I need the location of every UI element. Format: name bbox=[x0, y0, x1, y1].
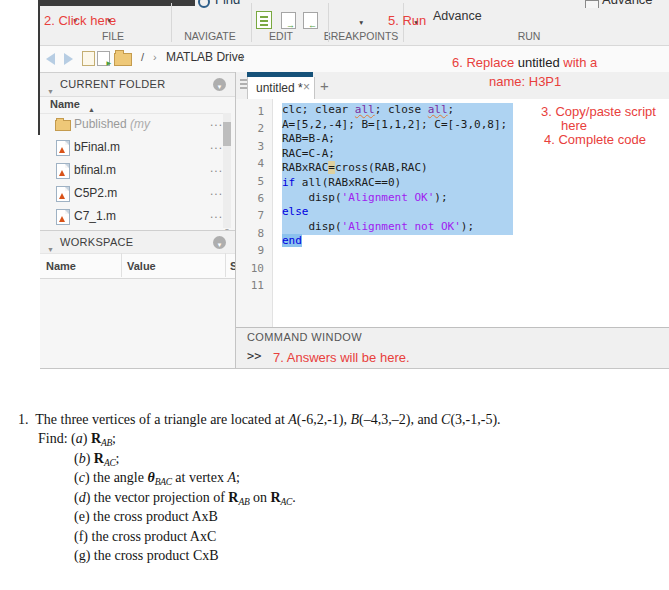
drag-handle-icon[interactable] bbox=[240, 79, 247, 81]
file-name: bFinal.m bbox=[74, 140, 120, 154]
section-label-navigate: NAVIGATE bbox=[184, 30, 236, 42]
ribbon-top-clipped-row: Find Advance bbox=[40, 0, 669, 8]
breadcrumb[interactable]: MATLAB Drive bbox=[166, 50, 244, 64]
current-folder-header[interactable]: CURRENT FOLDER bbox=[40, 72, 235, 97]
file-row[interactable]: Published (my ... bbox=[40, 113, 223, 136]
page: Find Advance Advance FILE NAVIGATE EDIT … bbox=[0, 0, 669, 590]
file-actions-icon[interactable]: ... bbox=[210, 207, 223, 221]
find-button[interactable]: Find bbox=[215, 0, 240, 7]
annotation-step6-line2: name: H3P1 bbox=[489, 74, 561, 89]
window-bottom-edge bbox=[40, 368, 669, 369]
breakpoints-dropdown-icon[interactable] bbox=[358, 11, 364, 29]
name-column-label: Name bbox=[50, 98, 80, 110]
file-row[interactable]: C5P2.m ... bbox=[40, 182, 223, 205]
search-icon bbox=[198, 0, 210, 8]
folder-icon[interactable] bbox=[114, 53, 132, 66]
line-numbers: 12 34 56 78 910 11 bbox=[236, 103, 264, 294]
forward-arrow-icon[interactable] bbox=[64, 53, 73, 65]
code-line: RABxRAC=cross(RAB,RAC) bbox=[282, 161, 507, 176]
scrollbar-thumb[interactable] bbox=[223, 122, 231, 146]
workspace-header[interactable]: WORKSPACE bbox=[40, 230, 235, 255]
file-actions-icon[interactable]: ... bbox=[210, 115, 223, 129]
panel-menu-icon[interactable] bbox=[213, 78, 226, 91]
up-folder-icon[interactable] bbox=[82, 51, 95, 66]
indent-left-icon[interactable] bbox=[303, 12, 318, 29]
divider bbox=[251, 3, 252, 42]
advance-button-clipped[interactable]: Advance bbox=[602, 0, 653, 7]
section-label-run: RUN bbox=[518, 30, 541, 42]
annotation-step4: 4. Complete code bbox=[544, 132, 646, 147]
code-line: end bbox=[282, 234, 507, 249]
divider bbox=[171, 3, 172, 42]
folder-icon bbox=[55, 120, 71, 131]
workspace-col-name: Name bbox=[46, 260, 76, 272]
problem-line-4: (c) the angle θBAC at vertex A; bbox=[74, 470, 240, 487]
file-name-suffix: (my bbox=[130, 117, 150, 131]
problem-line-1: 1. The three vertices of a triangle are … bbox=[18, 412, 501, 428]
code-line: if all(RABxRAC==0) bbox=[282, 176, 507, 191]
problem-line-3: (b) RAC; bbox=[74, 451, 119, 468]
problem-line-8: (g) the cross product CxB bbox=[74, 548, 219, 564]
name-column-header[interactable]: Name bbox=[40, 95, 223, 114]
mfile-icon bbox=[56, 140, 70, 156]
command-window-title: COMMAND WINDOW bbox=[247, 331, 362, 343]
code-line: RAB=B-A; bbox=[282, 132, 507, 147]
section-label-file: FILE bbox=[102, 30, 124, 42]
mfile-icon bbox=[56, 163, 70, 179]
script-icon[interactable] bbox=[256, 11, 272, 29]
file-name: Published bbox=[74, 117, 130, 131]
annotation-step3-line1: 3. Copy/paste script bbox=[541, 104, 656, 119]
workspace-col-value: Value bbox=[127, 260, 156, 272]
problem-line-6: (e) the cross product AxB bbox=[74, 509, 218, 525]
divider bbox=[236, 327, 669, 328]
tab-title: untitled * bbox=[256, 81, 303, 95]
close-icon[interactable]: × bbox=[303, 80, 310, 94]
mfile-icon bbox=[56, 209, 70, 225]
file-row[interactable]: C7_1.m ... bbox=[40, 205, 223, 228]
breadcrumb-separator-icon bbox=[153, 51, 157, 63]
problem-line-7: (f) the cross product AxC bbox=[74, 529, 216, 545]
annotation-step7: 7. Answers will be here. bbox=[273, 350, 410, 365]
panel-menu-icon[interactable] bbox=[213, 236, 226, 249]
advance-button[interactable]: Advance bbox=[433, 9, 482, 23]
code-text[interactable]: clc; clear all; close all; A=[5,2,-4]; B… bbox=[282, 103, 507, 249]
code-line: A=[5,2,-4]; B=[1,1,2]; C=[-3,0,8]; bbox=[282, 118, 507, 133]
annotation-step6-line1: 6. Replace untitled with a bbox=[452, 55, 597, 70]
breadcrumb-separator-icon bbox=[240, 51, 244, 63]
breadcrumb-root[interactable]: / bbox=[141, 51, 144, 63]
column-divider[interactable] bbox=[225, 253, 226, 277]
section-label-edit: EDIT bbox=[269, 30, 293, 42]
advance-icon bbox=[585, 0, 599, 8]
section-label-breakpoints: BREAKPOINTS bbox=[324, 30, 399, 42]
workspace-title: WORKSPACE bbox=[60, 236, 133, 248]
mfile-icon bbox=[56, 186, 70, 202]
code-line: disp('Alignment not OK'); bbox=[282, 220, 507, 235]
file-name: C5P2.m bbox=[74, 186, 117, 200]
divider bbox=[328, 3, 329, 42]
code-line: disp('Alignment OK'); bbox=[282, 191, 507, 206]
tab-untitled[interactable]: untitled * × bbox=[247, 77, 315, 100]
new-tab-button[interactable]: + bbox=[320, 77, 329, 94]
current-folder-title: CURRENT FOLDER bbox=[60, 78, 165, 90]
indent-right-icon[interactable] bbox=[281, 12, 296, 29]
problem-line-5: (d) the vector projection of RAB on RAC. bbox=[74, 490, 296, 507]
file-actions-icon[interactable]: ... bbox=[210, 138, 223, 152]
code-line: RAC=C-A; bbox=[282, 147, 507, 162]
annotation-step3-line2: here bbox=[561, 118, 587, 133]
back-arrow-icon[interactable] bbox=[46, 53, 55, 65]
column-divider[interactable] bbox=[121, 253, 122, 277]
file-actions-icon[interactable]: ... bbox=[210, 161, 223, 175]
annotation-step2: 2. Click here bbox=[44, 13, 116, 28]
problem-line-2: Find: (a) RAB; bbox=[38, 431, 116, 448]
go-to-file-icon[interactable] bbox=[97, 51, 110, 66]
chevron-down-icon[interactable] bbox=[254, 0, 260, 8]
workspace-columns-header[interactable]: Name Value S bbox=[40, 253, 235, 279]
command-prompt[interactable]: >> bbox=[247, 349, 261, 363]
file-row[interactable]: bfinal.m ... bbox=[40, 159, 223, 182]
file-name: bfinal.m bbox=[74, 163, 116, 177]
file-name: C7_1.m bbox=[74, 209, 116, 223]
code-line: clc; clear all; close all; bbox=[282, 103, 507, 118]
file-actions-icon[interactable]: ... bbox=[210, 184, 223, 198]
annotation-step5: 5. Run bbox=[388, 13, 426, 28]
file-row[interactable]: bFinal.m ... bbox=[40, 136, 223, 159]
